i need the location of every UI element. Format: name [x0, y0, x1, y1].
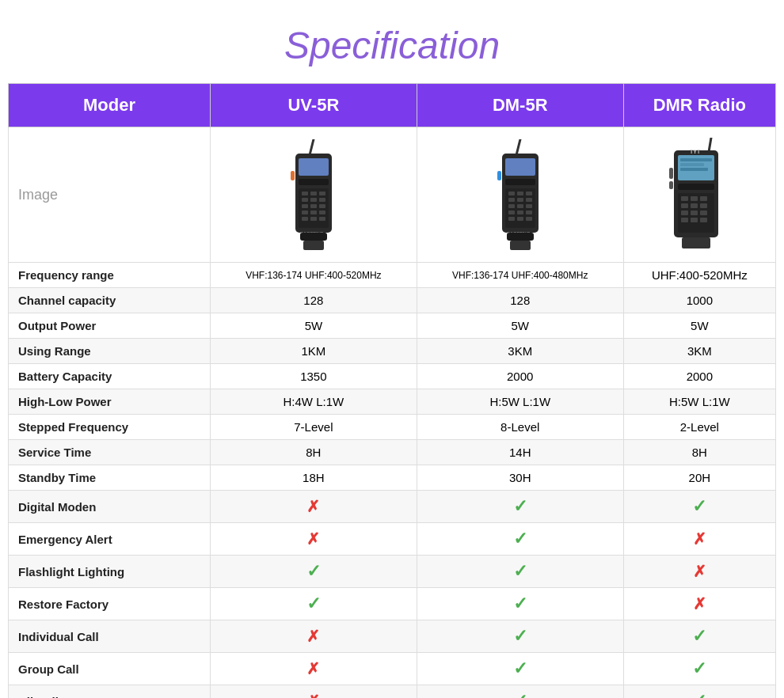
- svg-rect-31: [526, 192, 532, 195]
- svg-rect-14: [302, 211, 308, 214]
- svg-rect-43: [526, 217, 532, 221]
- svg-rect-44: [497, 171, 501, 180]
- row-col1: ✗: [210, 685, 417, 699]
- image-dm5r: BAOFENG: [417, 127, 623, 263]
- row-col1: ✗: [210, 491, 417, 523]
- table-row: Restore Factory✓✓✗: [9, 588, 776, 620]
- svg-rect-9: [310, 198, 317, 202]
- svg-rect-57: [681, 196, 688, 201]
- svg-rect-42: [517, 217, 523, 221]
- row-col2: H:5W L:1W: [417, 389, 623, 415]
- svg-rect-51: [680, 158, 712, 161]
- svg-rect-6: [310, 192, 317, 195]
- svg-rect-8: [302, 198, 308, 202]
- row-label: Battery Capacity: [9, 364, 211, 389]
- svg-rect-34: [526, 198, 532, 202]
- row-label: Standby Time: [9, 465, 211, 491]
- svg-rect-26: [505, 158, 535, 176]
- svg-line-48: [709, 138, 711, 152]
- row-col1: 1KM: [210, 339, 417, 364]
- svg-rect-70: [669, 181, 673, 189]
- table-row: High-Low PowerH:4W L:1WH:5W L:1WH:5W L:1…: [9, 389, 776, 415]
- row-label: Stepped Frequency: [9, 415, 211, 440]
- row-col2: 2000: [417, 364, 623, 389]
- row-col3: 20H: [623, 465, 775, 491]
- row-label: Channel capacity: [9, 288, 211, 313]
- row-label: All Call: [9, 685, 211, 699]
- svg-rect-38: [508, 211, 515, 214]
- image-uv5r: BAOFENG: [210, 127, 417, 263]
- row-col1: 8H: [210, 440, 417, 465]
- svg-rect-40: [526, 211, 532, 214]
- row-col3: H:5W L:1W: [623, 389, 775, 415]
- svg-rect-59: [700, 196, 707, 201]
- svg-rect-41: [508, 217, 515, 221]
- row-col3: UHF:400-520MHz: [623, 263, 775, 288]
- row-col1: 18H: [210, 465, 417, 491]
- row-col3: ✗: [623, 588, 775, 620]
- row-col2: 5W: [417, 313, 623, 339]
- svg-rect-10: [319, 198, 325, 202]
- row-col1: 7-Level: [210, 415, 417, 440]
- svg-rect-11: [302, 204, 308, 208]
- table-row: Emergency Alert✗✓✗: [9, 523, 776, 556]
- row-col2: ✓: [417, 685, 623, 699]
- page-title: Specification: [0, 0, 784, 83]
- svg-rect-55: [678, 184, 714, 190]
- row-col2: 3KM: [417, 339, 623, 364]
- row-col3: ✓: [623, 685, 775, 699]
- spec-table: Moder UV-5R DM-5R DMR Radio Image: [8, 83, 776, 698]
- svg-rect-68: [700, 218, 707, 222]
- svg-rect-66: [681, 218, 688, 222]
- row-col3: 2-Level: [623, 415, 775, 440]
- table-row: Battery Capacity135020002000: [9, 364, 776, 389]
- row-col2: 8-Level: [417, 415, 623, 440]
- svg-rect-39: [517, 211, 523, 214]
- row-col1: 1350: [210, 364, 417, 389]
- row-col2: ✓: [417, 491, 623, 523]
- header-moder: Moder: [9, 84, 211, 127]
- svg-rect-52: [680, 163, 704, 166]
- svg-rect-2: [299, 158, 329, 176]
- row-col3: 5W: [623, 313, 775, 339]
- svg-rect-30: [517, 192, 523, 195]
- svg-rect-17: [302, 217, 308, 221]
- row-col1: ✗: [210, 523, 417, 556]
- table-row: Channel capacity1281281000: [9, 288, 776, 313]
- svg-rect-64: [691, 211, 698, 215]
- row-col3: ✓: [623, 491, 775, 523]
- image-row: Image: [9, 127, 776, 263]
- row-col3: ✓: [623, 653, 775, 685]
- svg-rect-27: [505, 179, 535, 185]
- svg-rect-12: [310, 204, 317, 208]
- svg-rect-16: [319, 211, 325, 214]
- row-col1: H:4W L:1W: [210, 389, 417, 415]
- row-col2: ✓: [417, 556, 623, 588]
- row-label: Frequency range: [9, 263, 211, 288]
- svg-rect-35: [508, 204, 515, 208]
- table-row: Using Range1KM3KM3KM: [9, 339, 776, 364]
- svg-rect-18: [310, 217, 317, 221]
- table-row: Frequency rangeVHF:136-174 UHF:400-520MH…: [9, 263, 776, 288]
- row-col3: 1000: [623, 288, 775, 313]
- svg-rect-58: [691, 196, 698, 201]
- svg-rect-15: [310, 211, 317, 214]
- row-col1: ✗: [210, 620, 417, 653]
- svg-rect-13: [319, 204, 325, 208]
- svg-line-24: [516, 139, 520, 155]
- svg-rect-22: [300, 233, 327, 241]
- row-label: Flashlight Lighting: [9, 556, 211, 588]
- row-label: Restore Factory: [9, 588, 211, 620]
- table-row: Service Time8H14H8H: [9, 440, 776, 465]
- table-row: Stepped Frequency7-Level8-Level2-Level: [9, 415, 776, 440]
- row-col3: ✗: [623, 556, 775, 588]
- image-label: Image: [9, 127, 211, 263]
- svg-rect-19: [319, 217, 325, 221]
- row-col2: 128: [417, 288, 623, 313]
- svg-rect-29: [508, 192, 515, 195]
- svg-rect-46: [507, 233, 534, 241]
- header-uv5r: UV-5R: [210, 84, 417, 127]
- row-label: Service Time: [9, 440, 211, 465]
- row-col3: 2000: [623, 364, 775, 389]
- svg-rect-71: [682, 237, 710, 248]
